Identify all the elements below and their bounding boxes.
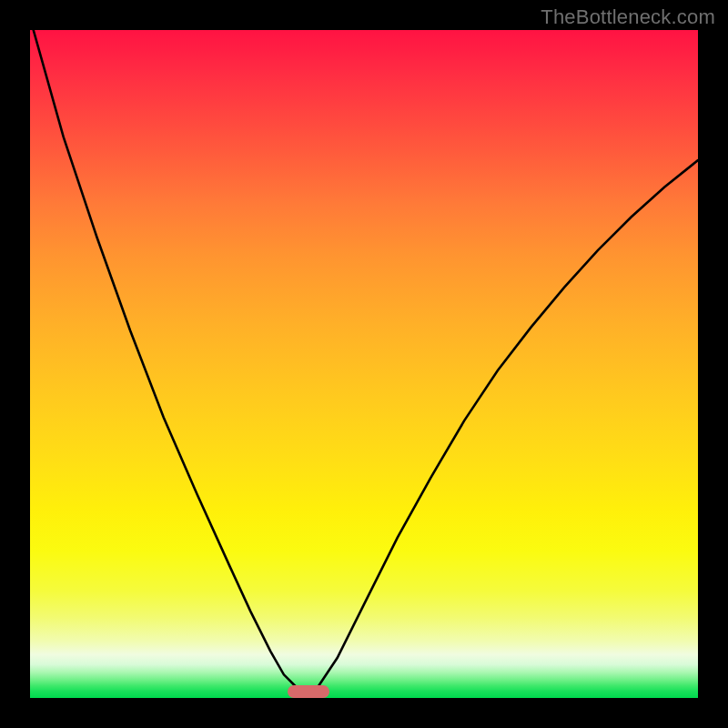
- chart-frame: TheBottleneck.com: [0, 0, 728, 728]
- curve-right-branch: [318, 160, 698, 688]
- plot-area: [30, 30, 698, 698]
- curve-left-branch: [34, 30, 298, 688]
- curve-layer: [30, 30, 698, 698]
- attribution-text: TheBottleneck.com: [541, 5, 715, 29]
- optimum-marker: [288, 685, 329, 698]
